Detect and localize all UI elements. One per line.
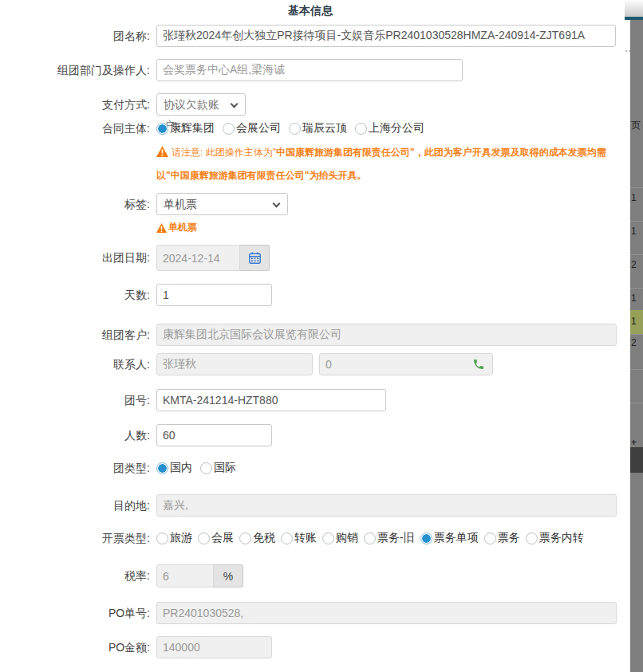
- strip-separator: [630, 254, 643, 255]
- clipped-plus-mark: +: [631, 437, 637, 448]
- radio-selected-icon: [420, 532, 432, 544]
- po-amount-label: PO金额:: [0, 636, 150, 658]
- contact-phone-input: [319, 353, 493, 375]
- clipped-row-number: 1: [631, 316, 637, 327]
- calendar-icon: [248, 251, 262, 265]
- notice-text: "为抬头开具。: [305, 170, 367, 181]
- depart-date-input: [156, 245, 240, 271]
- scrollbar-thumb[interactable]: [630, 447, 643, 473]
- tag-label: 标签:: [0, 193, 150, 215]
- notice-prefix: 请注意:: [172, 147, 206, 158]
- radio-exhibition-company[interactable]: 会展公司: [223, 121, 281, 136]
- invoice-type-label: 开票类型:: [0, 531, 150, 545]
- payment-label: 支付方式:: [0, 93, 150, 116]
- radio-exhibition[interactable]: 会展: [198, 531, 234, 545]
- radio-icon: [526, 532, 538, 544]
- basic-info-form: 基本信息 团名称: 组团部门及操作人: 支付方式: 协议欠款账户 合同主体: 康…: [0, 0, 643, 672]
- calendar-button[interactable]: [240, 245, 270, 271]
- destination-label: 目的地:: [0, 494, 150, 517]
- chevron-down-icon: [273, 200, 281, 208]
- chevron-down-icon: [231, 100, 239, 108]
- clipped-row-number: 1: [631, 226, 637, 237]
- group-name-input[interactable]: [156, 25, 616, 47]
- tag-select-value: 单机票: [164, 198, 197, 210]
- notice-text: 此团操作主体为": [206, 147, 276, 158]
- po-number-label: PO单号:: [0, 602, 150, 624]
- contract-notice: 请注意: 此团操作主体为"中国康辉旅游集团有限责任公司"，此团为客户开具发票及取…: [156, 141, 624, 187]
- radio-icon: [484, 532, 496, 544]
- notice-company: 中国康辉旅游集团有限责任公司: [171, 170, 305, 181]
- radio-icon: [200, 462, 212, 474]
- notice-company: 中国康辉旅游集团有限责任公司: [276, 147, 410, 158]
- destination-input: [156, 494, 617, 517]
- clipped-row-number: 1: [631, 293, 637, 304]
- radio-kanghui-group[interactable]: 康辉集团: [156, 121, 215, 136]
- radio-ticketing-internal[interactable]: 票务内转: [526, 531, 584, 545]
- payment-select[interactable]: 协议欠款账户: [156, 93, 246, 116]
- phone-call-button[interactable]: [472, 358, 485, 374]
- clipped-row-number: 2: [631, 337, 637, 348]
- radio-icon: [198, 532, 210, 544]
- radio-icon: [239, 532, 251, 544]
- invoice-type-radio-group: 旅游 会展 免税 转账 购销 票务-旧 票务单项 票务: [156, 531, 584, 545]
- group-no-input[interactable]: [156, 389, 386, 411]
- warning-icon: [156, 223, 167, 233]
- radio-domestic[interactable]: 国内: [156, 461, 192, 475]
- people-count-label: 人数:: [0, 424, 150, 446]
- clipped-row-number: 1: [631, 192, 637, 203]
- po-amount-input: [156, 636, 272, 658]
- background-window-strip: 页 1 1 2 1 1 2 +: [630, 20, 643, 672]
- tax-rate-label: 税率:: [0, 564, 150, 588]
- clipped-row-number: 2: [631, 259, 637, 270]
- radio-purchase-sale[interactable]: 购销: [322, 531, 358, 545]
- customer-input: [156, 324, 617, 346]
- contact-label: 联系人:: [0, 353, 150, 375]
- radio-transfer[interactable]: 转账: [281, 531, 317, 545]
- group-type-label: 团类型:: [0, 461, 150, 475]
- radio-icon: [364, 532, 376, 544]
- radio-ruichen-yunding[interactable]: 瑞辰云顶: [289, 121, 347, 136]
- radio-duty-free[interactable]: 免税: [239, 531, 275, 545]
- radio-shanghai-branch[interactable]: 上海分公司: [355, 121, 424, 136]
- days-label: 天数:: [0, 284, 150, 306]
- contract-entity-radio-group: 康辉集团 会展公司 瑞辰云顶 上海分公司: [156, 121, 432, 136]
- dept-operator-label: 组团部门及操作人:: [0, 59, 150, 81]
- radio-travel[interactable]: 旅游: [156, 531, 192, 545]
- strip-separator: [630, 221, 643, 222]
- group-no-label: 团号:: [0, 389, 150, 411]
- strip-separator: [630, 403, 643, 403]
- page-title: 基本信息: [0, 4, 621, 18]
- group-type-radio-group: 国内 国际: [156, 461, 244, 475]
- customer-label: 组团客户:: [0, 324, 150, 346]
- group-name-label: 团名称:: [0, 25, 150, 47]
- tag-select[interactable]: 单机票: [156, 193, 288, 215]
- percent-addon: %: [214, 564, 243, 588]
- strip-separator: [630, 369, 643, 370]
- radio-international[interactable]: 国际: [200, 461, 236, 475]
- radio-icon: [322, 532, 334, 544]
- strip-separator: [630, 187, 643, 188]
- warning-icon: [156, 146, 168, 157]
- people-count-input[interactable]: [156, 424, 272, 446]
- contact-name-input: [156, 353, 313, 375]
- phone-icon: [472, 358, 485, 371]
- radio-icon: [289, 123, 301, 135]
- tax-rate-input: [156, 564, 214, 588]
- depart-date-label: 出团日期:: [0, 245, 150, 271]
- radio-icon: [281, 532, 293, 544]
- tag-warning: 单机票: [156, 221, 288, 234]
- strip-separator: [630, 334, 643, 335]
- dept-operator-input[interactable]: [156, 59, 463, 81]
- radio-icon: [355, 123, 367, 135]
- clipped-text: 页: [631, 120, 641, 131]
- contract-entity-label: 合同主体:: [0, 121, 150, 136]
- radio-selected-icon: [156, 123, 168, 135]
- po-number-input: [156, 602, 617, 624]
- days-input[interactable]: [156, 284, 272, 306]
- radio-ticketing-single[interactable]: 票务单项: [420, 531, 479, 545]
- radio-icon: [223, 123, 235, 135]
- radio-ticketing[interactable]: 票务: [484, 531, 520, 545]
- radio-ticketing-old[interactable]: 票务-旧: [364, 531, 415, 545]
- background-window-edge: [625, 0, 643, 17]
- tag-warning-text: 单机票: [168, 221, 197, 234]
